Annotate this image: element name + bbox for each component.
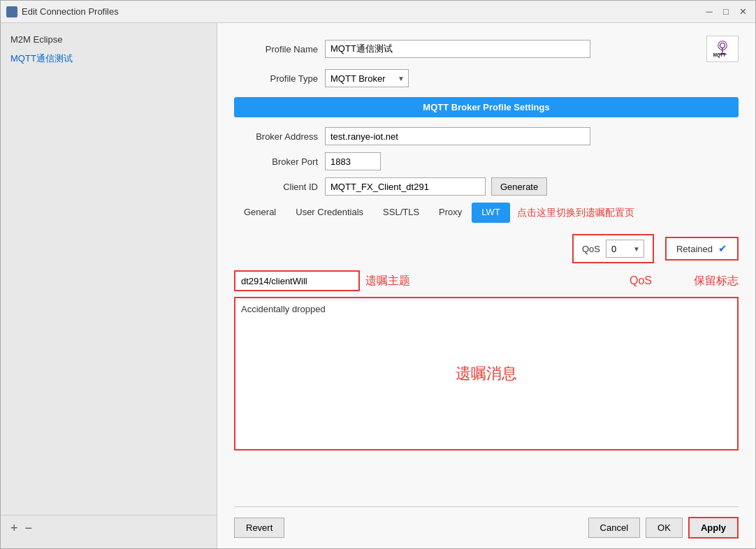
add-profile-button[interactable]: + [10, 521, 18, 536]
retained-annotation: 保留标志 [694, 274, 739, 288]
maximize-button[interactable]: □ [719, 5, 733, 19]
ok-button[interactable]: OK [646, 518, 683, 538]
sidebar-footer: + − [1, 515, 217, 541]
broker-address-label: Broker Address [234, 131, 325, 142]
generate-button[interactable]: Generate [491, 177, 547, 196]
tabs-row: General User Credentials SSL/TLS Proxy L… [234, 203, 739, 223]
topic-annotation: 遗嘱主题 [365, 270, 410, 291]
sidebar: M2M Eclipse MQTT通信测试 + − [1, 23, 217, 548]
qos-label: QoS [582, 244, 600, 254]
client-id-label: Client ID [234, 182, 325, 192]
broker-address-input[interactable] [325, 127, 590, 145]
minimize-button[interactable]: ─ [702, 5, 716, 19]
sidebar-spacer [1, 68, 217, 515]
qos-select[interactable]: 0 1 2 [606, 240, 644, 258]
broker-port-row: Broker Port [234, 152, 739, 170]
profile-type-row: Profile Type MQTT Broker ▼ [234, 69, 739, 87]
retained-checkmark: ✔ [718, 242, 727, 255]
profile-name-input[interactable] [325, 40, 590, 58]
footer-right: Cancel OK Apply [588, 517, 739, 539]
remove-profile-button[interactable]: − [25, 521, 33, 536]
broker-port-label: Broker Port [234, 156, 325, 167]
profile-name-label: Profile Name [234, 44, 325, 54]
main-content: M2M Eclipse MQTT通信测试 + − Profile Name [1, 23, 755, 548]
footer-row: Revert Cancel OK Apply [234, 506, 739, 539]
profile-type-select-wrap: MQTT Broker ▼ [325, 69, 409, 87]
broker-address-row: Broker Address [234, 127, 739, 145]
panel: Profile Name MQTT [217, 23, 755, 548]
svg-text:MQTT: MQTT [713, 52, 726, 58]
titlebar: Edit Connection Profiles ─ □ ✕ [1, 1, 755, 23]
qos-box: QoS 0 1 2 ▼ [572, 234, 654, 263]
cancel-button[interactable]: Cancel [588, 518, 640, 538]
topic-input[interactable] [234, 270, 360, 291]
profile-type-label: Profile Type [234, 73, 325, 84]
client-id-row: Client ID Generate [234, 177, 739, 196]
sidebar-group-label: M2M Eclipse [1, 30, 217, 49]
tab-ssl-tls[interactable]: SSL/TLS [373, 203, 429, 223]
sidebar-item-mqtt[interactable]: MQTT通信测试 [1, 49, 217, 68]
tab-lwt-annotation: 点击这里切换到遗嘱配置页 [517, 207, 634, 219]
qos-select-wrap: 0 1 2 ▼ [606, 240, 644, 258]
topic-row: 遗嘱主题 QoS 保留标志 [234, 270, 739, 291]
section-settings-button[interactable]: MQTT Broker Profile Settings [234, 97, 739, 117]
retained-box: Retained ✔ [665, 237, 739, 261]
client-id-input[interactable] [325, 177, 486, 196]
qos-annotation: QoS [630, 274, 652, 287]
profile-type-select[interactable]: MQTT Broker [325, 69, 409, 87]
tab-proxy[interactable]: Proxy [429, 203, 472, 223]
broker-port-input[interactable] [325, 152, 381, 170]
apply-button[interactable]: Apply [688, 517, 739, 539]
profile-name-row: Profile Name MQTT [234, 36, 739, 62]
lwt-top-row: QoS 0 1 2 ▼ Retained ✔ [234, 234, 739, 263]
tab-user-credentials[interactable]: User Credentials [286, 203, 373, 223]
main-window: Edit Connection Profiles ─ □ ✕ M2M Eclip… [0, 0, 756, 549]
window-controls: ─ □ ✕ [702, 5, 750, 19]
tab-lwt[interactable]: LWT [472, 203, 509, 223]
mqtt-logo-svg: MQTT [713, 39, 732, 59]
retained-label: Retained [676, 244, 713, 254]
revert-button[interactable]: Revert [234, 518, 284, 538]
message-area-box: Accidentally dropped 遗嘱消息 [234, 297, 739, 451]
mqtt-logo-area: MQTT [692, 36, 739, 62]
window-title: Edit Connection Profiles [22, 6, 702, 17]
footer-left: Revert [234, 518, 588, 538]
window-icon [6, 6, 17, 17]
tab-general[interactable]: General [234, 203, 286, 223]
close-button[interactable]: ✕ [736, 5, 750, 19]
mqtt-logo: MQTT [706, 36, 739, 62]
lwt-content: QoS 0 1 2 ▼ Retained ✔ [234, 230, 739, 506]
